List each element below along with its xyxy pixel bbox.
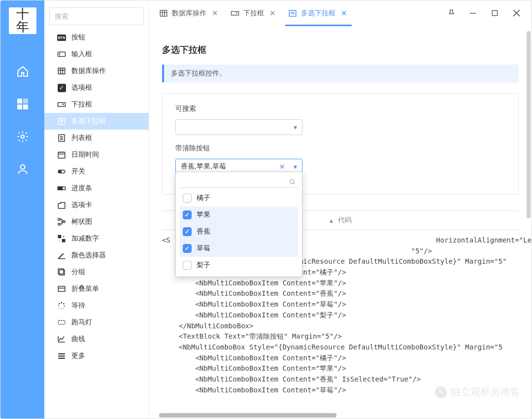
chart-icon [57, 335, 66, 344]
nav-item-label: 曲线 [71, 335, 85, 344]
nav-item-num[interactable]: +-加减数字 [44, 230, 149, 247]
pin-button[interactable] [446, 8, 457, 19]
nav-item-more[interactable]: 更多 [44, 348, 149, 364]
dropdown-item[interactable]: 草莓 [180, 240, 298, 257]
nav-item-switch[interactable]: 开关 [44, 163, 149, 180]
dropdown-item[interactable]: 苹果 [180, 207, 298, 223]
horizontal-scrollbar[interactable] [159, 413, 453, 418]
nav-item-list[interactable]: 列表框 [44, 130, 149, 146]
nav-item-marq[interactable]: 跑马灯 [44, 314, 149, 331]
window-controls [446, 8, 525, 19]
home-icon[interactable] [16, 65, 30, 78]
dropdown-item[interactable]: 橘子 [180, 190, 298, 207]
svg-rect-12 [58, 103, 66, 106]
svg-point-45 [59, 308, 60, 309]
svg-rect-0 [17, 99, 22, 104]
svg-rect-8 [58, 68, 65, 74]
checkbox[interactable] [183, 244, 192, 253]
section-label-clear: 带清除按钮 [175, 144, 505, 153]
checkbox[interactable] [183, 194, 192, 203]
db-icon [159, 9, 168, 18]
svg-point-64 [290, 179, 294, 183]
user-icon[interactable] [16, 162, 30, 176]
nav-item-label: 开关 [71, 167, 85, 176]
svg-rect-51 [58, 358, 65, 359]
watermark: ✎ 独立观察员博客 [435, 385, 520, 399]
svg-rect-31 [58, 235, 62, 239]
dropdown-item[interactable]: 香蕉 [180, 223, 298, 240]
marq-icon [57, 318, 66, 327]
dashboard-icon[interactable] [16, 97, 30, 111]
caret-down-icon[interactable]: ▾ [294, 163, 297, 171]
caret-down-icon: ▾ [294, 123, 297, 131]
nav-item-label: 数据库操作 [71, 67, 106, 75]
accord-icon [57, 284, 66, 293]
switch-icon [57, 167, 66, 176]
settings-icon[interactable] [16, 130, 30, 143]
svg-point-40 [61, 302, 63, 304]
dropdown-search[interactable] [180, 176, 298, 188]
nav-item-label: 树状图 [71, 217, 92, 226]
svg-rect-27 [58, 187, 63, 190]
nav-item-date[interactable]: 日期时间 [44, 146, 149, 163]
svg-rect-56 [232, 11, 239, 15]
mddl-icon [57, 117, 66, 126]
clear-icon[interactable]: ✕ [279, 163, 285, 171]
tab-ddl[interactable]: 下拉框✕ [228, 1, 280, 25]
svg-rect-29 [58, 223, 60, 225]
dropdown-item-label: 苹果 [197, 210, 210, 219]
search-box[interactable] [49, 7, 144, 25]
nav-item-accord[interactable]: 折叠菜单 [44, 280, 149, 297]
search-icon [289, 178, 296, 185]
close-window-button[interactable] [511, 8, 522, 19]
combo-value: 香蕉,苹果,草莓 [181, 162, 226, 171]
minimize-button[interactable] [467, 8, 478, 19]
nav-list: BTN按钮输入框数据库操作✓选项框下拉框多选下拉框列表框日期时间开关进度条选项卡… [44, 29, 149, 419]
checkbox[interactable] [183, 210, 192, 219]
nav-item-prog[interactable]: 进度条 [44, 180, 149, 197]
code-toggle-label: 代码 [338, 216, 352, 225]
list-icon [57, 134, 66, 142]
tab-close-icon[interactable]: ✕ [339, 9, 349, 18]
svg-text:-: - [59, 239, 60, 243]
nav-item-mddl[interactable]: 多选下拉框 [44, 113, 149, 130]
tab-label: 下拉框 [243, 9, 264, 18]
maximize-button[interactable] [489, 8, 500, 19]
group-icon [57, 268, 66, 277]
db-icon [57, 67, 66, 75]
nav-item-chart[interactable]: 曲线 [44, 331, 149, 348]
date-icon [57, 150, 66, 159]
tab-mddl[interactable]: 多选下拉框✕ [285, 1, 352, 25]
prog-icon [57, 184, 66, 193]
nav-item-color[interactable]: 颜色选择器 [44, 247, 149, 264]
nav-item-label: 选项框 [71, 83, 92, 92]
search-input[interactable] [55, 12, 138, 20]
nav-item-label: 列表框 [71, 134, 92, 142]
combo-searchable[interactable]: ▾ [175, 119, 302, 135]
nav-item-input[interactable]: 输入框 [44, 46, 149, 63]
checkbox[interactable] [183, 227, 192, 236]
tab-db[interactable]: 数据库操作✕ [156, 1, 223, 25]
nav-item-check[interactable]: ✓选项框 [44, 79, 149, 96]
nav-item-label: 选项卡 [71, 201, 92, 210]
nav-item-group[interactable]: 分组 [44, 264, 149, 280]
svg-rect-20 [58, 152, 65, 158]
nav-item-btn[interactable]: BTN按钮 [44, 29, 149, 46]
vertical-scrollbar[interactable] [527, 31, 531, 419]
nav-item-db[interactable]: 数据库操作 [44, 63, 149, 79]
nav-item-tab[interactable]: 选项卡 [44, 197, 149, 213]
nav-item-ddl[interactable]: 下拉框 [44, 96, 149, 113]
nav-item-wait[interactable]: 等待 [44, 297, 149, 314]
dropdown-item[interactable]: 梨子 [180, 257, 298, 274]
nav-item-tree[interactable]: 树状图 [44, 213, 149, 230]
nav-item-label: 多选下拉框 [71, 117, 106, 126]
section-label-searchable: 可搜索 [175, 105, 505, 113]
tab-close-icon[interactable]: ✕ [268, 9, 277, 18]
nav-item-label: 下拉框 [71, 100, 92, 109]
tab-close-icon[interactable]: ✕ [210, 9, 220, 18]
checkbox[interactable] [183, 261, 192, 270]
dropdown-item-label: 橘子 [197, 194, 210, 203]
nav-item-label: 日期时间 [71, 150, 99, 159]
dropdown-popup: 橘子苹果香蕉草莓梨子 [175, 172, 302, 277]
nav-item-label: 跑马灯 [71, 318, 92, 327]
